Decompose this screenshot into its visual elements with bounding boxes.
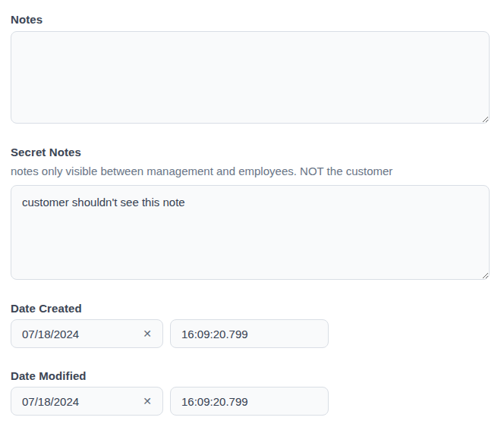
secret-notes-helper-text: notes only visible between management an… <box>11 165 490 177</box>
date-created-time-input[interactable] <box>181 328 319 340</box>
notes-field-group: Notes <box>11 14 490 124</box>
date-created-date-wrap: ✕ <box>11 319 163 348</box>
date-created-label: Date Created <box>11 303 490 314</box>
date-modified-date-input[interactable] <box>22 395 138 408</box>
date-modified-time-input[interactable] <box>181 395 319 408</box>
clear-date-icon[interactable]: ✕ <box>138 394 153 408</box>
notes-textarea[interactable] <box>11 31 490 124</box>
clear-date-icon[interactable]: ✕ <box>138 327 153 340</box>
date-created-time-wrap <box>170 319 329 348</box>
date-modified-date-wrap: ✕ <box>11 387 163 416</box>
secret-notes-field-group: Secret Notes notes only visible between … <box>11 146 490 280</box>
record-detail-form: Notes Secret Notes notes only visible be… <box>0 0 504 416</box>
date-modified-time-wrap <box>170 387 329 416</box>
secret-notes-textarea[interactable]: customer shouldn't see this note <box>11 185 490 280</box>
date-created-date-input[interactable] <box>22 328 138 340</box>
notes-label: Notes <box>11 14 490 25</box>
secret-notes-label: Secret Notes <box>11 146 490 158</box>
date-created-row: ✕ <box>11 319 490 348</box>
date-created-field-group: Date Created ✕ <box>11 303 490 348</box>
date-modified-row: ✕ <box>11 387 490 416</box>
date-modified-field-group: Date Modified ✕ <box>11 370 490 416</box>
date-modified-label: Date Modified <box>11 370 490 381</box>
